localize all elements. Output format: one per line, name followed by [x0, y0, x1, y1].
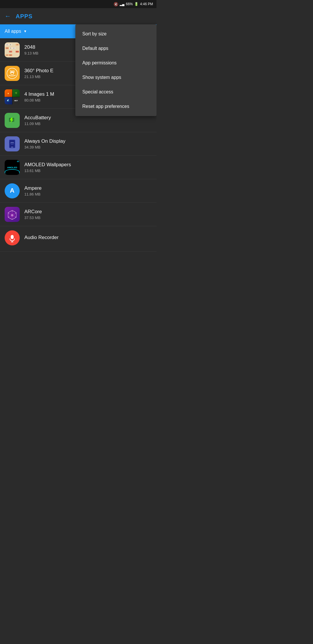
app-name: 2048: [24, 44, 38, 50]
app-name: 360° Photo E: [24, 68, 53, 74]
app-info: ARCore 37.53 MB: [24, 209, 42, 220]
ampere-svg: A: [7, 186, 17, 196]
360-icon-svg: 360: [6, 68, 18, 79]
page-title: APPS: [16, 13, 32, 20]
app-info: AMOLED Wallpapers 13.61 MB: [24, 162, 71, 173]
svg-rect-24: [11, 235, 14, 239]
chevron-down-icon: ▼: [23, 29, 27, 33]
menu-item-special-access[interactable]: Special access: [75, 85, 156, 99]
menu-item-sort-by-size[interactable]: Sort by size: [75, 27, 156, 41]
battery-icon: 🔋: [134, 2, 139, 6]
app-name: ARCore: [24, 209, 42, 215]
svg-text:A: A: [10, 187, 14, 194]
app-icon-ampere: A: [5, 183, 20, 198]
app-size: 11.09 MB: [24, 122, 51, 126]
app-info: AccuBattery 11.09 MB: [24, 115, 51, 126]
app-info: 360° Photo E 21.13 MB: [24, 68, 53, 79]
status-bar: 🔇 ▂▄ 66% 🔋 4:46 PM: [0, 0, 156, 8]
app-size: 34.39 MB: [24, 145, 65, 149]
arcore-svg: [7, 209, 17, 220]
app-info: 4 Images 1 M 80.08 MB: [24, 91, 54, 102]
svg-rect-7: [10, 140, 15, 148]
menu-item-app-permissions[interactable]: App permissions: [75, 56, 156, 70]
app-icon-accubattery: [5, 113, 20, 128]
app-icon-360: 360: [5, 66, 20, 81]
app-size: 11.86 MB: [24, 192, 42, 196]
app-size: 9.13 MB: [24, 51, 38, 55]
aod-svg: [7, 139, 17, 149]
app-name: 4 Images 1 M: [24, 91, 54, 97]
svg-point-16: [11, 214, 13, 216]
header: ← APPS: [0, 8, 156, 24]
battery-text: 66%: [126, 2, 133, 6]
app-size: 13.61 MB: [24, 169, 71, 173]
list-item[interactable]: Always On Display 34.39 MB: [0, 132, 156, 156]
svg-point-0: [7, 68, 17, 79]
app-icon-audio-recorder: [5, 230, 20, 245]
time-display: 4:46 PM: [140, 2, 153, 6]
filter-dropdown-button[interactable]: All apps ▼: [5, 29, 27, 34]
menu-item-reset-app-preferences[interactable]: Reset app preferences: [75, 99, 156, 114]
app-info: 2048 9.13 MB: [24, 44, 38, 55]
filter-label-text: All apps: [5, 29, 21, 34]
app-info: Audio Recorder: [24, 235, 59, 241]
app-name: Always On Display: [24, 138, 65, 144]
app-icon-amoled: 4K AMOLED: [5, 160, 20, 175]
app-size: 80.08 MB: [24, 98, 54, 102]
app-icon-arcore: [5, 207, 20, 222]
svg-rect-10: [11, 144, 14, 144]
list-item[interactable]: 4K AMOLED AMOLED Wallpapers 13.61 MB: [0, 156, 156, 179]
dropdown-menu: Sort by size Default apps App permission…: [75, 24, 156, 116]
app-name: Audio Recorder: [24, 235, 59, 240]
svg-rect-8: [10, 142, 14, 143]
menu-item-default-apps[interactable]: Default apps: [75, 41, 156, 56]
list-item[interactable]: Audio Recorder: [0, 226, 156, 252]
app-size: 37.53 MB: [24, 216, 42, 220]
svg-rect-9: [10, 143, 14, 144]
app-name: AccuBattery: [24, 115, 51, 121]
audio-recorder-svg: [7, 233, 17, 243]
back-button[interactable]: ←: [5, 12, 11, 20]
accubattery-svg: [7, 115, 17, 126]
app-icon-2048: 2 4 8 16 4 2 32 64 8 16: [5, 42, 20, 57]
app-icon-aod: [5, 136, 20, 151]
svg-rect-4: [16, 118, 17, 122]
list-item[interactable]: ARCore 37.53 MB: [0, 203, 156, 226]
svg-rect-11: [11, 147, 13, 147]
mute-icon: 🔇: [114, 2, 118, 6]
app-info: Ampere 11.86 MB: [24, 185, 42, 196]
signal-icon: ▂▄: [120, 2, 124, 6]
app-icon-4images: 🔥 🌿 🌊 MOT: [5, 89, 20, 104]
list-item[interactable]: A Ampere 11.86 MB: [0, 179, 156, 203]
app-size: 21.13 MB: [24, 75, 53, 79]
menu-item-show-system-apps[interactable]: Show system apps: [75, 70, 156, 85]
app-info: Always On Display 34.39 MB: [24, 138, 65, 149]
status-icons: 🔇 ▂▄ 66% 🔋 4:46 PM: [114, 2, 153, 6]
app-name: AMOLED Wallpapers: [24, 162, 71, 168]
app-name: Ampere: [24, 185, 42, 191]
